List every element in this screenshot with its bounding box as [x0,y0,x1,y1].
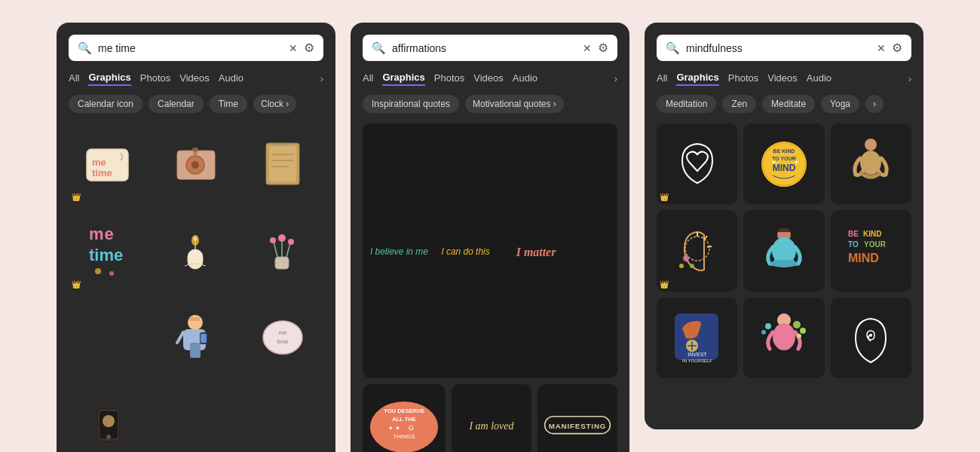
svg-text:me: me [278,329,287,336]
tabs-arrow-3[interactable]: › [908,73,911,84]
tab-audio-2[interactable]: Audio [513,72,537,85]
svg-point-26 [278,234,286,242]
chip-more[interactable]: › [865,95,884,113]
svg-point-70 [685,237,709,261]
affirmation-row-1[interactable]: I believe in me I can do this I matter [363,124,617,378]
svg-rect-34 [189,317,200,321]
graphic-item[interactable] [743,298,824,378]
svg-rect-33 [201,334,207,343]
chip-meditation[interactable]: Meditation [657,95,716,113]
chip-meditate[interactable]: Meditate [762,95,815,113]
graphic-item[interactable]: me time 👑 [69,124,149,204]
graphic-item[interactable] [155,298,236,378]
tab-all-1[interactable]: All [69,72,79,85]
svg-point-76 [679,264,684,268]
affirmation-i-am-loved[interactable]: I am loved [452,384,531,452]
chip-zen[interactable]: Zen [722,95,756,113]
svg-text:YOUR: YOUR [864,240,887,249]
svg-text:notebook: notebook [271,142,290,146]
graphic-item[interactable] [155,210,236,291]
svg-point-96 [869,334,872,337]
svg-line-24 [274,242,277,257]
svg-point-35 [263,321,302,354]
tabs-arrow-2[interactable]: › [614,73,617,84]
search-icon-3: 🔍 [666,41,680,55]
graphic-item[interactable]: BE KIND TO YOUR MIND [831,210,911,291]
svg-point-17 [109,271,114,276]
svg-text:TO: TO [848,240,859,249]
graphic-item[interactable]: 👑 [657,124,737,204]
filter-icon-3[interactable]: ⚙ [892,41,902,55]
tab-graphics-3[interactable]: Graphics [676,72,718,86]
chip-clock[interactable]: Clock › [253,95,296,113]
svg-text:time: time [89,246,123,264]
graphic-item[interactable] [831,124,911,204]
tab-graphics-2[interactable]: Graphics [382,72,424,86]
svg-text:MIND: MIND [848,252,879,264]
filter-icon-2[interactable]: ⚙ [598,41,608,55]
crown-badge: 👑 [660,193,669,201]
graphic-item[interactable] [155,124,236,204]
chip-calendar[interactable]: Calendar [149,95,204,113]
affirmation-manifesting[interactable]: MANIFESTING [537,384,617,452]
svg-point-5 [191,161,199,169]
tab-photos-3[interactable]: Photos [728,72,758,85]
tab-videos-1[interactable]: Videos [179,72,210,85]
graphic-item[interactable] [243,210,323,291]
tab-photos-1[interactable]: Photos [140,72,170,85]
filter-icon-1[interactable]: ⚙ [304,41,314,55]
clear-search-3[interactable]: ✕ [877,42,886,54]
chip-inspirational[interactable]: Inspirational quotes [363,95,459,113]
svg-rect-7 [192,148,198,151]
graphic-item[interactable]: INVEST IN YOURSELF [657,298,737,378]
graphic-item[interactable] [69,384,149,452]
svg-point-74 [683,255,689,261]
svg-text:INVEST: INVEST [688,352,707,357]
graphic-item[interactable] [831,298,911,378]
tab-audio-1[interactable]: Audio [219,72,243,85]
tab-all-3[interactable]: All [657,72,667,85]
graphics-grid-3: 👑 BE KIND TO YOUR MIND ✦ ✦ [657,124,911,378]
svg-text:G: G [409,423,414,432]
tab-videos-2[interactable]: Videos [473,72,504,85]
svg-text:BE KIND: BE KIND [773,148,795,154]
graphic-item[interactable]: BE KIND TO YOUR MIND ✦ ✦ [743,124,824,204]
svg-point-28 [288,239,294,245]
graphic-item[interactable]: notebook [243,124,323,204]
clear-search-1[interactable]: ✕ [289,42,298,54]
chip-yoga[interactable]: Yoga [821,95,859,113]
svg-text:IN YOURSELF: IN YOURSELF [682,359,712,363]
svg-point-27 [270,237,276,243]
svg-point-40 [106,435,111,439]
affirmations-content: I believe in me I can do this I matter Y… [363,124,617,452]
tabs-1: All Graphics Photos Videos Audio › [69,72,323,86]
tab-audio-3[interactable]: Audio [807,72,831,85]
panel-mindfulness: 🔍 mindfulness ✕ ⚙ All Graphics Photos Vi… [645,23,923,429]
tab-graphics-1[interactable]: Graphics [88,72,130,86]
svg-text:MANIFESTING: MANIFESTING [549,422,607,430]
search-bar-2[interactable]: 🔍 affirmations ✕ ⚙ [363,35,617,61]
svg-text:time: time [92,167,112,179]
graphic-item[interactable]: me time [243,298,323,378]
tabs-3: All Graphics Photos Videos Audio › [657,72,911,86]
svg-text:I believe in me: I believe in me [370,246,428,257]
chip-motivational[interactable]: Motivational quotes › [465,95,564,113]
svg-text:ALL THE: ALL THE [392,416,416,423]
tab-videos-3[interactable]: Videos [767,72,798,85]
tabs-arrow-1[interactable]: › [320,73,323,84]
search-bar-1[interactable]: 🔍 me time ✕ ⚙ [69,35,323,61]
chip-time[interactable]: Time [210,95,247,113]
affirmation-row-2: YOU DESERVE ALL THE ✦ ✦ G THINGS I am lo… [363,384,617,452]
search-icon-1: 🔍 [78,41,92,55]
svg-text:THINGS: THINGS [394,433,415,440]
tab-all-2[interactable]: All [363,72,373,85]
affirmation-you-deserve[interactable]: YOU DESERVE ALL THE ✦ ✦ G THINGS [363,384,446,452]
chip-calendar-icon[interactable]: Calendar icon [69,95,142,113]
search-bar-3[interactable]: 🔍 mindfulness ✕ ⚙ [657,35,911,61]
crown-badge: 👑 [72,193,81,201]
graphic-item[interactable]: me time 👑 [69,210,149,291]
clear-search-2[interactable]: ✕ [583,42,592,54]
graphic-item[interactable]: 👑 [657,210,737,291]
tab-photos-2[interactable]: Photos [434,72,464,85]
graphic-item[interactable] [743,210,824,291]
